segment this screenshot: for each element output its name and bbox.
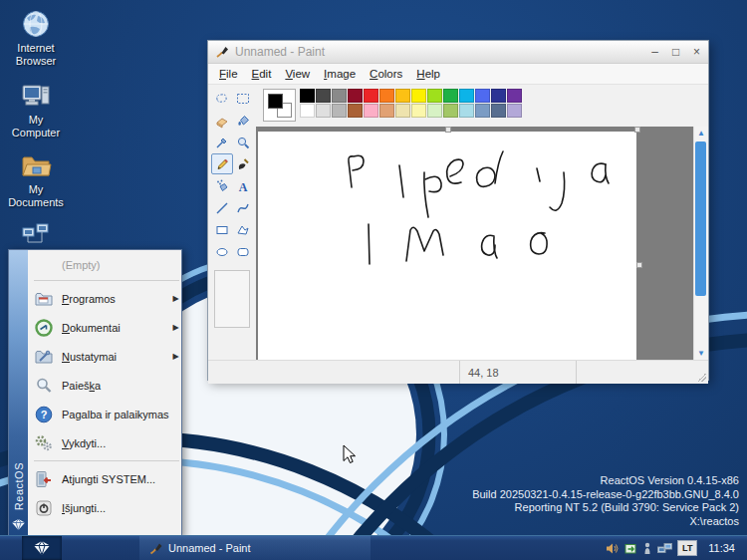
tool-polygon-button[interactable] (232, 219, 254, 240)
tool-line-button[interactable] (211, 197, 233, 218)
minimize-button[interactable]: – (645, 43, 664, 61)
scrollbar-thumb[interactable] (695, 141, 706, 296)
submenu-arrow-icon: ▶ (169, 294, 179, 303)
palette-swatch[interactable] (364, 89, 378, 103)
color-indicator[interactable] (263, 89, 296, 122)
palette-swatch[interactable] (300, 89, 315, 103)
start-menu-item-paieska[interactable]: Paieška (28, 371, 185, 400)
palette-swatch[interactable] (475, 104, 490, 118)
taskbar-clock: 11:34 (708, 542, 735, 554)
start-menu-item-programos[interactable]: Programos ▶ (28, 284, 185, 313)
menu-view[interactable]: View (278, 66, 317, 82)
start-menu-item-pagalba[interactable]: ? Pagalba ir palaikymas (28, 400, 185, 428)
paint-toolbox: A (208, 85, 257, 360)
tool-rectangle-button[interactable] (211, 219, 233, 240)
menu-help[interactable]: Help (409, 66, 447, 82)
desktop-icon-my-network[interactable] (4, 219, 68, 253)
tool-airbrush-button[interactable] (211, 175, 233, 196)
language-indicator[interactable]: LT (677, 540, 697, 556)
palette-swatch[interactable] (348, 104, 363, 118)
tool-rounded-rectangle-button[interactable] (232, 241, 254, 262)
start-menu-banner: ReactOS (9, 250, 28, 536)
palette-swatch[interactable] (459, 104, 474, 118)
taskbar-task-unnamed-paint[interactable]: Unnamed - Paint (139, 536, 371, 560)
close-button[interactable]: × (687, 43, 706, 61)
run-gears-icon (34, 433, 54, 453)
mouse-cursor (343, 444, 358, 465)
search-icon (34, 376, 54, 396)
canvas-resize-handle[interactable] (636, 262, 642, 268)
paint-titlebar[interactable]: Unnamed - Paint – □ × (208, 41, 708, 64)
palette-swatch[interactable] (300, 104, 315, 118)
palette-swatch[interactable] (332, 104, 347, 118)
palette-swatch[interactable] (427, 89, 442, 103)
palette-swatch[interactable] (411, 104, 426, 118)
computer-icon (20, 80, 52, 112)
tool-free-form-select-button[interactable] (211, 88, 233, 109)
start-menu-item-isjungti[interactable]: Išjungti... (28, 493, 185, 522)
palette-swatch[interactable] (411, 89, 426, 103)
scroll-up-icon[interactable]: ▲ (694, 127, 708, 140)
paint-menubar: File Edit View Image Colors Help (208, 64, 708, 85)
help-icon: ? (34, 405, 54, 424)
palette-swatch[interactable] (395, 104, 410, 118)
desktop-icon-internet-browser[interactable]: Internet Browser (4, 8, 68, 68)
tool-ellipse-button[interactable] (211, 241, 233, 262)
palette-swatch[interactable] (427, 104, 442, 118)
palette-swatch[interactable] (316, 104, 331, 118)
scroll-down-icon[interactable]: ▼ (694, 347, 708, 360)
palette-swatch[interactable] (443, 104, 458, 118)
desktop-icon-my-computer[interactable]: My Computer (4, 80, 68, 140)
tool-brush-button[interactable] (232, 153, 254, 174)
start-menu-item-atjungti[interactable]: Atjungti SYSTEM... (28, 464, 185, 493)
device-tray-icon[interactable] (642, 542, 652, 555)
network-tray-icon[interactable] (657, 542, 672, 555)
start-button[interactable] (22, 536, 62, 560)
palette-swatch[interactable] (491, 89, 506, 103)
palette-swatch[interactable] (475, 89, 490, 103)
palette-swatch[interactable] (507, 89, 522, 103)
tool-eraser-button[interactable] (211, 110, 233, 131)
palette-swatch[interactable] (316, 89, 331, 103)
start-menu-empty-item: (Empty) (28, 253, 185, 277)
menu-separator (34, 280, 179, 281)
tool-options-panel[interactable] (214, 270, 250, 328)
palette-swatch[interactable] (379, 104, 394, 118)
desktop-icon-my-documents[interactable]: My Documents (4, 149, 68, 209)
menu-edit[interactable]: Edit (245, 66, 279, 82)
palette-swatch[interactable] (507, 104, 522, 118)
start-menu-item-nustatymai[interactable]: Nustatymai ▶ (28, 342, 185, 371)
palette-swatch[interactable] (459, 89, 474, 103)
tool-select-button[interactable] (232, 88, 254, 109)
canvas-resize-handle[interactable] (634, 127, 640, 133)
menu-colors[interactable]: Colors (363, 66, 409, 82)
tool-color-picker-button[interactable] (211, 132, 233, 152)
submenu-arrow-icon: ▶ (169, 323, 179, 332)
canvas-resize-handle[interactable] (445, 127, 451, 133)
palette-swatch[interactable] (348, 89, 363, 103)
tool-fill-button[interactable] (232, 110, 254, 131)
palette-swatch[interactable] (395, 89, 410, 103)
volume-icon[interactable] (606, 542, 620, 555)
vertical-scrollbar[interactable]: ▲ ▼ (693, 127, 708, 360)
tool-text-button[interactable]: A (232, 175, 254, 196)
palette-swatch[interactable] (443, 89, 458, 103)
palette-swatch[interactable] (332, 89, 347, 103)
menu-file[interactable]: File (212, 66, 245, 82)
globe-icon (20, 8, 52, 40)
start-menu-item-dokumentai[interactable]: Dokumentai ▶ (28, 313, 185, 342)
resize-grip[interactable] (697, 373, 706, 382)
palette-swatch[interactable] (364, 104, 378, 118)
update-tray-icon[interactable] (624, 542, 637, 555)
maximize-button[interactable]: □ (666, 43, 685, 61)
settings-folder-icon (34, 347, 54, 367)
palette-swatch[interactable] (379, 89, 394, 103)
paint-canvas[interactable] (258, 132, 636, 360)
tool-pencil-button[interactable] (211, 153, 233, 174)
tool-curve-button[interactable] (232, 197, 254, 218)
menu-image[interactable]: Image (317, 66, 363, 82)
start-menu-item-vykdyti[interactable]: Vykdyti... (28, 428, 185, 457)
desktop-icon-label: Internet Browser (4, 42, 68, 68)
palette-swatch[interactable] (491, 104, 506, 118)
tool-magnifier-button[interactable] (232, 132, 254, 152)
